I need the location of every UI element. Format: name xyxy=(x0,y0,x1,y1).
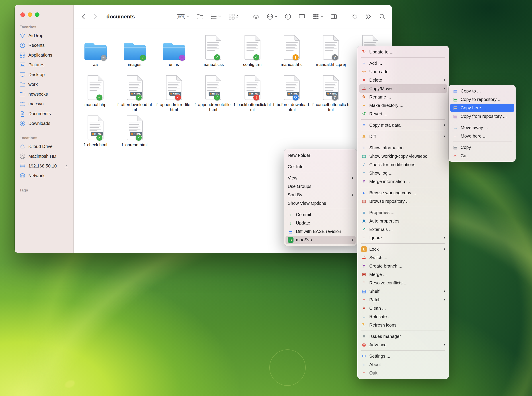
menu-item-update[interactable]: ↓Update xyxy=(286,219,355,227)
menu-item-move-here[interactable]: →Move here ... xyxy=(450,132,514,140)
toolbar-quick-look-button[interactable] xyxy=(253,13,259,20)
menu-item-show-view-options[interactable]: Show View Options xyxy=(286,199,355,207)
menu-item-externals[interactable]: ↗Externals ... xyxy=(359,225,447,234)
toolbar-tags-button[interactable] xyxy=(351,13,358,20)
zoom-button[interactable] xyxy=(35,12,40,17)
menu-item-relocate[interactable]: →Relocate ... xyxy=(359,312,447,321)
sidebar-item-recents[interactable]: Recents xyxy=(17,40,71,50)
menu-item-advance[interactable]: ◎Advance› xyxy=(359,341,447,349)
file-item-manual-css[interactable]: ✓manual.css xyxy=(194,33,233,73)
menu-item-copy-meta-data[interactable]: ≡Copy meta data› xyxy=(359,121,447,129)
menu-item-delete[interactable]: ×Delete› xyxy=(359,76,447,84)
sidebar-item-applications[interactable]: Applications xyxy=(17,50,71,60)
menu-item-move-away[interactable]: →Move away ... xyxy=(450,123,514,132)
menu-item-lock[interactable]: LLock› xyxy=(359,245,447,253)
menu-item-settings[interactable]: ⚙Settings ... xyxy=(359,352,447,360)
toolbar-actions-button[interactable] xyxy=(267,13,277,20)
file-item-config-trm[interactable]: ✓config.trm xyxy=(233,33,272,73)
menu-item-update-to[interactable]: ↻Update to ... xyxy=(359,48,447,56)
menu-item-merge-information[interactable]: YMerge information ... xyxy=(359,177,447,186)
close-button[interactable] xyxy=(20,12,25,17)
menu-item-make-directory[interactable]: +Make directory ... xyxy=(359,101,447,110)
menu-item-copy[interactable]: ▤Copy xyxy=(450,143,514,151)
sidebar-item-newsocks[interactable]: newsocks xyxy=(17,89,71,99)
menu-item-view[interactable]: View› xyxy=(286,174,355,182)
menu-item-merge[interactable]: MMerge ... xyxy=(359,270,447,279)
menu-item-sort-by[interactable]: Sort By› xyxy=(286,191,355,199)
file-item-f-cancelbuttonclic-html[interactable]: HTML?f_cancelbuttonclic.html xyxy=(311,73,350,114)
menu-item-browse-working-copy[interactable]: ▸Browse working copy ... xyxy=(359,189,447,197)
toolbar-preview-pane-button[interactable] xyxy=(331,13,337,20)
menu-item-rename[interactable]: ✎Rename ... xyxy=(359,93,447,101)
menu-item-copy-move[interactable]: ⇄Copy/Move› xyxy=(359,84,447,93)
menu-item-properties[interactable]: ≡Properties ... xyxy=(359,208,447,217)
toolbar-view-options-button[interactable] xyxy=(313,13,323,20)
menu-item-create-branch[interactable]: YCreate branch ... xyxy=(359,262,447,270)
menu-item-diff[interactable]: ΔDiff› xyxy=(359,132,447,141)
menu-item-switch[interactable]: ⇄Switch ... xyxy=(359,253,447,262)
menu-item-ignore[interactable]: −Ignore› xyxy=(359,234,447,242)
file-item-f-before-download-html[interactable]: HTML↻f_before_download.html xyxy=(272,73,311,114)
menu-item-resolve-conflicts[interactable]: !Resolve conflicts ... xyxy=(359,279,447,287)
menu-item-diff-with-base-revision[interactable]: ▤Diff with BASE revision xyxy=(286,227,355,236)
file-item-manual-hhc-prej[interactable]: ?manual.hhc.prej xyxy=(311,33,350,73)
menu-item-cut[interactable]: ✂Cut xyxy=(450,151,514,160)
sidebar-item-airdrop[interactable]: AirDrop xyxy=(17,31,71,40)
toolbar-svn-button[interactable]: SVN xyxy=(177,14,189,19)
file-item-f-afterdownload-html[interactable]: HTML✓f_afterdownload.html xyxy=(115,73,154,114)
file-item-unins[interactable]: +unins xyxy=(154,33,194,73)
menu-item-check-for-modifications[interactable]: ✓Check for modifications xyxy=(359,160,447,169)
toolbar-new-folder-button[interactable] xyxy=(196,13,203,20)
file-item-aa[interactable]: −aa xyxy=(76,33,115,73)
file-item-manual-hhc[interactable]: !manual.hhc xyxy=(272,33,311,73)
sidebar-item-network[interactable]: Network xyxy=(17,171,71,181)
back-button[interactable] xyxy=(80,13,87,20)
toolbar-icon-size-button[interactable] xyxy=(228,13,239,20)
menu-item-shelf[interactable]: ▤Shelf› xyxy=(359,287,447,296)
eject-icon[interactable] xyxy=(64,164,69,168)
menu-item-clean[interactable]: ✗Clean ... xyxy=(359,304,447,312)
menu-item-refresh-icons[interactable]: ↻Refresh icons xyxy=(359,321,447,329)
menu-item-get-info[interactable]: Get Info xyxy=(286,162,355,171)
minimize-button[interactable] xyxy=(28,12,32,17)
menu-item-auto-properties[interactable]: AAuto properties xyxy=(359,217,447,225)
menu-item-show-log[interactable]: ≡Show log ... xyxy=(359,169,447,177)
sidebar-item-downloads[interactable]: Downloads xyxy=(17,118,71,128)
menu-item-patch[interactable]: +Patch› xyxy=(359,296,447,304)
file-item-manual-hhp[interactable]: ✓manual.hhp xyxy=(76,73,115,114)
sidebar-item-desktop[interactable]: Desktop xyxy=(17,70,71,79)
toolbar-get-info-button[interactable] xyxy=(285,13,291,20)
sidebar-item-pictures[interactable]: Pictures xyxy=(17,60,71,70)
sidebar-item-192-168-50-10[interactable]: 192.168.50.10 xyxy=(17,161,71,171)
menu-item-new-folder[interactable]: New Folder xyxy=(286,151,355,159)
file-item-f-onread-html[interactable]: HTML✓f_onread.html xyxy=(115,114,154,154)
forward-button[interactable] xyxy=(92,13,98,20)
menu-item-use-groups[interactable]: Use Groups xyxy=(286,182,355,191)
file-item-f-check-html[interactable]: HTML✓f_check.html xyxy=(76,114,115,154)
menu-item-copy-from-repository[interactable]: ▤Copy from repository ... xyxy=(450,112,514,121)
menu-item-about[interactable]: iAbout xyxy=(359,360,447,369)
menu-item-browse-repository[interactable]: ▤Browse repository ... xyxy=(359,197,447,205)
menu-item-quit[interactable]: ○Quit xyxy=(359,369,447,377)
menu-item-issues-manager[interactable]: ≡Issues manager xyxy=(359,332,447,341)
file-item-f-appendmirrorfile-html[interactable]: HTML×f_appendmirrorfile.html xyxy=(154,73,194,114)
file-item-images[interactable]: ✓images xyxy=(115,33,154,73)
menu-item-commit[interactable]: ↑Commit xyxy=(286,210,355,219)
toolbar-display-button[interactable] xyxy=(299,13,305,20)
toolbar-more-button[interactable] xyxy=(365,13,372,20)
menu-item-copy-to[interactable]: ▤Copy to ... xyxy=(450,87,514,95)
file-item-f-backbuttonclick-html[interactable]: HTML!f_backbuttonclick.html xyxy=(233,73,272,114)
sidebar-item-macintosh-hd[interactable]: Macintosh HD xyxy=(17,151,71,161)
sidebar-item-macsvn[interactable]: macsvn xyxy=(17,99,71,109)
menu-item-revert[interactable]: ↺Revert ... xyxy=(359,110,447,118)
menu-item-show-information[interactable]: iShow information xyxy=(359,144,447,152)
menu-item-copy-here[interactable]: ▤Copy here ... xyxy=(450,104,514,112)
toolbar-search-button[interactable] xyxy=(379,13,386,20)
sidebar-item-documents[interactable]: Documents xyxy=(17,109,71,118)
menu-item-undo-add[interactable]: ↩Undo add xyxy=(359,67,447,76)
file-item-f-appendremotefile-html[interactable]: HTML✓f_appendremotefile.html xyxy=(194,73,233,114)
sidebar-item-icloud-drive[interactable]: iCloud Drive xyxy=(17,141,71,151)
menu-item-show-working-copy-viewsepc[interactable]: ▤Show working-copy viewsepc xyxy=(359,152,447,160)
menu-item-macsvn[interactable]: SmacSvn› xyxy=(286,236,355,244)
menu-item-add[interactable]: +Add ... xyxy=(359,59,447,67)
